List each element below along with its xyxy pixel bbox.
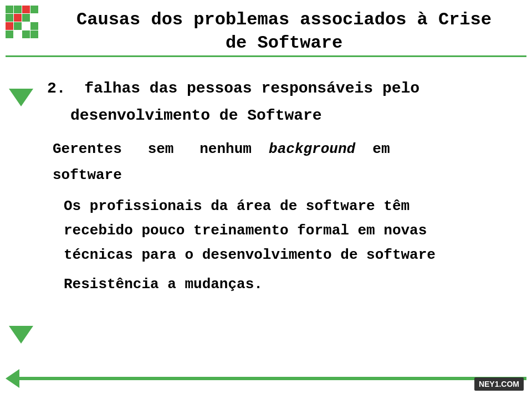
title-separator (6, 55, 526, 57)
bullet-2: recebido pouco treinamento formal em nov… (47, 221, 510, 242)
logo-cell (14, 22, 22, 30)
logo-cell (30, 6, 38, 13)
arrow-down-icon (9, 89, 33, 106)
logo-cell (30, 30, 38, 38)
ney1-badge: NEY1.COM (474, 377, 524, 391)
logo-cell (30, 22, 38, 30)
bottom-bar (6, 369, 526, 388)
logo-cell (22, 22, 30, 30)
title-line1: Causas dos problemas associados à Crise (47, 8, 521, 32)
logo-cell (22, 14, 30, 22)
logo-cell (22, 30, 30, 38)
item-header: 2. falhas das pessoas responsáveis pelo (47, 78, 510, 99)
arrow-down-icon (9, 326, 33, 344)
bottom-line (19, 377, 526, 380)
item-label2: desenvolvimento de Software (47, 105, 510, 126)
logo-cell (14, 30, 22, 38)
sub-item-1: Gerentes sem nenhum background em (47, 139, 510, 160)
left-arrows (0, 78, 42, 355)
logo-cell (14, 6, 22, 13)
title-line2: de Software (47, 32, 521, 55)
logo-cell (6, 14, 13, 22)
logo-cell (14, 14, 22, 22)
item-number: 2. (47, 80, 66, 97)
bullet-1: Os profissionais da área de software têm (47, 196, 510, 217)
logo-cell (6, 22, 13, 30)
spacer2 (47, 191, 510, 196)
background-text: background (269, 141, 355, 157)
bullet-3: técnicas para o desenvolvimento de softw… (47, 245, 510, 266)
spacer3 (47, 269, 510, 274)
item-label: falhas das pessoas responsáveis pelo (84, 80, 420, 97)
spacer (47, 132, 510, 139)
bullet-4: Resistência a mudanças. (47, 274, 510, 295)
slide: Causas dos problemas associados à Crise … (0, 0, 532, 399)
slide-title: Causas dos problemas associados à Crise … (47, 8, 521, 54)
logo (6, 6, 39, 44)
logo-cell (6, 6, 13, 13)
content-area: 2. falhas das pessoas responsáveis pelo … (47, 78, 510, 355)
bottom-arrow-left-icon (6, 369, 19, 388)
logo-cell (22, 6, 30, 13)
sub-item-1b: software (47, 165, 510, 186)
logo-cell (30, 14, 38, 22)
logo-cell (6, 30, 13, 38)
